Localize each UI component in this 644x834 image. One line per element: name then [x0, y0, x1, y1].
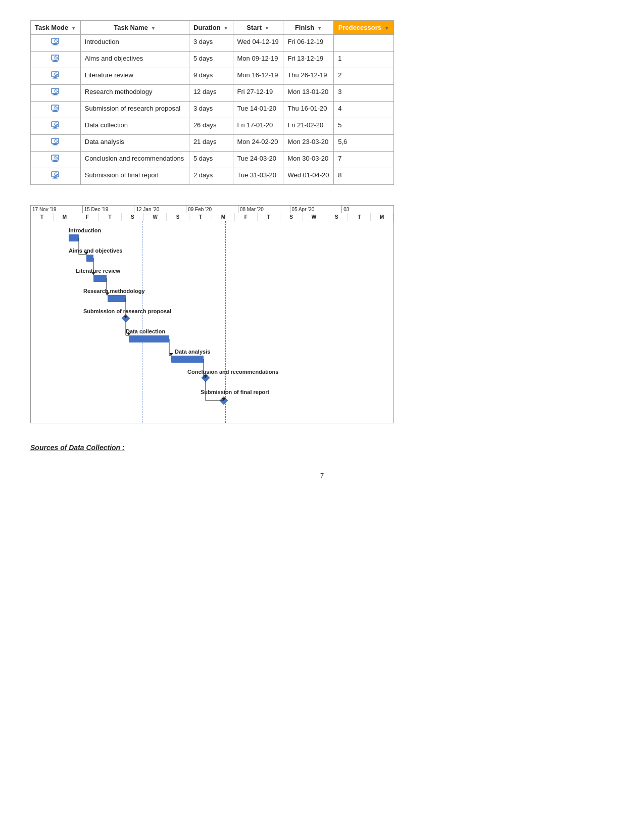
svg-marker-7: [57, 57, 58, 58]
duration-cell: 3 days: [189, 35, 233, 52]
gantt-task-label: Submission of final report: [201, 389, 269, 395]
gantt-connector-line: [169, 339, 171, 356]
task-name-cell: Literature review: [80, 68, 189, 85]
gantt-day-cell: T: [99, 213, 122, 221]
predecessors-cell: 5,6: [334, 135, 394, 152]
svg-rect-10: [53, 78, 58, 79]
table-row: Research methodology12 daysFri 27-12-19M…: [31, 85, 394, 102]
predecessors-cell: 5: [334, 118, 394, 135]
svg-rect-34: [53, 178, 58, 179]
task-mode-icon: [51, 170, 61, 180]
th-predecessors[interactable]: Predecessors ▼: [334, 21, 394, 35]
task-table: Task Mode ▼ Task Name ▼ Duration ▼ Start…: [30, 20, 394, 185]
table-row: Submission of final report2 daysTue 31-0…: [31, 168, 394, 185]
gantt-bar: [171, 356, 204, 363]
svg-rect-6: [53, 61, 58, 62]
duration-cell: 2 days: [189, 168, 233, 185]
gantt-task-label: Research methodology: [83, 288, 145, 294]
table-row: Literature review9 daysMon 16-12-19Thu 2…: [31, 68, 394, 85]
start-cell: Tue 14-01-20: [233, 102, 283, 118]
task-mode-sort-icon[interactable]: ▼: [71, 25, 76, 31]
duration-cell: 21 days: [189, 135, 233, 152]
task-mode-icon: [51, 137, 61, 147]
gantt-milestone: [220, 397, 228, 405]
gantt-body: IntroductionAims and objectivesLiteratur…: [30, 221, 394, 423]
start-cell: Fri 27-12-19: [233, 85, 283, 102]
predecessors-sort-icon[interactable]: ▼: [384, 25, 389, 31]
gantt-day-cell: S: [167, 213, 189, 221]
duration-cell: 5 days: [189, 52, 233, 68]
mode-cell: [31, 52, 81, 68]
gantt-task-label: Aims and objectives: [69, 248, 122, 254]
task-name-sort-icon[interactable]: ▼: [151, 25, 156, 31]
task-name-cell: Submission of research proposal: [80, 102, 189, 118]
gantt-date-cell: 09 Feb '20: [186, 206, 238, 213]
predecessors-cell: 8: [334, 168, 394, 185]
gantt-chart: 17 Nov '1915 Dec '1912 Jan '2009 Feb '20…: [30, 205, 394, 423]
svg-rect-18: [53, 111, 58, 112]
task-mode-icon: [51, 104, 61, 114]
gantt-day-cell: F: [76, 213, 99, 221]
finish-cell: Mon 13-01-20: [283, 85, 334, 102]
th-duration[interactable]: Duration ▼: [189, 21, 233, 35]
duration-sort-icon[interactable]: ▼: [223, 25, 228, 31]
finish-cell: Wed 01-04-20: [283, 168, 334, 185]
gantt-day-cell: W: [303, 213, 326, 221]
mode-cell: [31, 102, 81, 118]
gantt-milestone: [122, 314, 130, 323]
start-sort-icon[interactable]: ▼: [265, 25, 270, 31]
gantt-day-cell: M: [212, 213, 235, 221]
th-start[interactable]: Start ▼: [233, 21, 283, 35]
duration-cell: 9 days: [189, 68, 233, 85]
gantt-task-label: Submission of research proposal: [83, 308, 171, 314]
mode-cell: [31, 168, 81, 185]
finish-cell: Thu 16-01-20: [283, 102, 334, 118]
gantt-day-cell: S: [280, 213, 303, 221]
predecessors-cell: 4: [334, 102, 394, 118]
finish-cell: Fri 06-12-19: [283, 35, 334, 52]
gantt-day-cell: T: [189, 213, 212, 221]
svg-marker-27: [57, 140, 58, 141]
gantt-day-cell: T: [258, 213, 280, 221]
gantt-day-cell: T: [348, 213, 371, 221]
gantt-date-cell: 15 Dec '19: [83, 206, 135, 213]
svg-rect-17: [54, 110, 57, 111]
mode-cell: [31, 135, 81, 152]
table-row: Conclusion and recommendations5 daysTue …: [31, 152, 394, 168]
mode-cell: [31, 85, 81, 102]
predecessors-cell: [334, 35, 394, 52]
gantt-date-cell: 08 Mar '20: [238, 206, 290, 213]
sources-title: Sources of Data Collection :: [30, 444, 614, 452]
svg-rect-5: [54, 60, 57, 61]
svg-rect-30: [53, 161, 58, 162]
gantt-date-cell: 03: [342, 206, 393, 213]
gantt-day-cell: S: [122, 213, 144, 221]
th-finish[interactable]: Finish ▼: [283, 21, 334, 35]
task-mode-icon: [51, 87, 61, 97]
th-task-mode[interactable]: Task Mode ▼: [31, 21, 81, 35]
svg-marker-3: [57, 40, 58, 41]
task-name-cell: Submission of final report: [80, 168, 189, 185]
gantt-task-label: Conclusion and recommendations: [187, 369, 278, 375]
duration-cell: 26 days: [189, 118, 233, 135]
finish-cell: Mon 23-03-20: [283, 135, 334, 152]
task-name-cell: Conclusion and recommendations: [80, 152, 189, 168]
task-name-cell: Research methodology: [80, 85, 189, 102]
gantt-milestone: [202, 374, 210, 382]
gantt-bar: [129, 335, 169, 342]
finish-cell: Fri 21-02-20: [283, 118, 334, 135]
predecessors-cell: 1: [334, 52, 394, 68]
task-mode-icon: [51, 70, 61, 80]
svg-marker-23: [57, 124, 58, 125]
svg-marker-19: [57, 107, 58, 108]
page-number: 7: [30, 472, 614, 479]
start-cell: Tue 24-03-20: [233, 152, 283, 168]
predecessors-cell: 7: [334, 152, 394, 168]
gantt-bar: [69, 234, 79, 241]
mode-cell: [31, 35, 81, 52]
task-mode-icon: [51, 54, 61, 64]
th-task-name[interactable]: Task Name ▼: [80, 21, 189, 35]
gantt-task-label: Data collection: [126, 328, 165, 334]
finish-sort-icon[interactable]: ▼: [317, 25, 322, 31]
svg-rect-14: [53, 94, 58, 95]
